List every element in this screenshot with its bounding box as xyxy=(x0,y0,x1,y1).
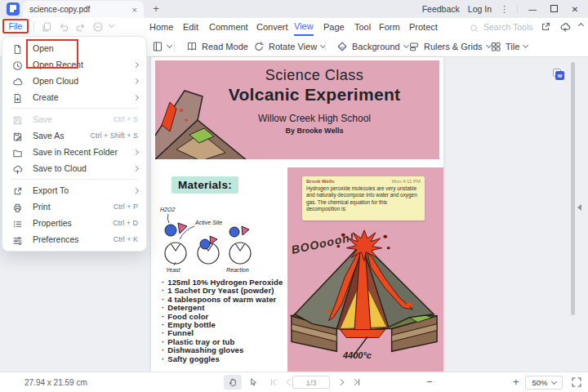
rulers-grids-button[interactable]: Rulers & Grids xyxy=(408,36,491,56)
fit-screen-icon[interactable] xyxy=(571,376,582,388)
nav-panel-button[interactable] xyxy=(152,36,172,56)
app-window: science-copy.pdf × + Feedback Log In ⋮ —… xyxy=(0,0,588,392)
list-item: Safty goggles xyxy=(162,355,283,363)
floating-widget-icon[interactable]: w xyxy=(550,67,567,83)
tab-tool[interactable]: Tool xyxy=(354,18,371,36)
rotate-icon xyxy=(253,41,265,52)
file-plus-icon xyxy=(12,92,23,103)
label-yeast: Yeast xyxy=(166,267,181,273)
last-page-button[interactable] xyxy=(348,375,366,390)
menu-item-export-to[interactable]: Export To xyxy=(2,182,146,198)
submenu-arrow-icon xyxy=(133,78,139,83)
collapse-toolbar-icon[interactable] xyxy=(578,23,584,29)
doc-byline: By Brooke Wells xyxy=(196,127,433,135)
copy-icon xyxy=(41,21,52,33)
tab-form[interactable]: Form xyxy=(379,18,400,36)
tab-edit[interactable]: Edit xyxy=(183,18,198,36)
background-label: Background xyxy=(352,42,400,51)
menu-item-create[interactable]: Create xyxy=(2,89,146,105)
side-panel-toggle-icon[interactable] xyxy=(577,204,581,211)
new-tab-button[interactable]: + xyxy=(149,2,163,16)
export-icon xyxy=(12,185,23,196)
nav-panel-caret-icon xyxy=(167,42,172,47)
submenu-arrow-icon xyxy=(133,61,139,67)
label-reaction: Reaction xyxy=(226,267,249,273)
menu-item-save-recent-folder[interactable]: Save in Recent Folder xyxy=(2,144,146,160)
note-body: Hydrogen peroxide molecules are very uns… xyxy=(306,185,421,212)
page-indicator-input[interactable]: 1/3 xyxy=(292,376,330,389)
menu-item-save: Save Ctrl + S xyxy=(2,111,146,127)
menu-item-properties[interactable]: Properties Ctrl + D xyxy=(2,215,146,231)
tab-comment[interactable]: Comment xyxy=(209,18,248,36)
tab-close-icon[interactable]: × xyxy=(132,5,137,15)
tab-title: science-copy.pdf xyxy=(29,5,132,14)
pdf-page[interactable]: Science Class Volcanic Experiment Willow… xyxy=(151,57,443,372)
menu-item-print[interactable]: Print Ctrl + P xyxy=(2,198,146,215)
file-dropdown-menu: Open Open Recent Open Cloud Create Save … xyxy=(2,36,147,252)
share-icon[interactable] xyxy=(540,21,551,33)
toolbar-divider xyxy=(174,41,175,51)
close-window-button[interactable]: ✕ xyxy=(568,5,581,14)
more-options-icon[interactable]: ⋮ xyxy=(500,4,509,15)
sticky-note-annotation[interactable]: Brook Wells Mon 4:11 PM Hydrogen peroxid… xyxy=(302,176,425,220)
zoom-level-select[interactable]: 50% xyxy=(525,376,563,390)
maximize-button[interactable] xyxy=(547,5,560,14)
tab-home[interactable]: Home xyxy=(149,18,173,36)
zoom-in-button[interactable]: + xyxy=(513,376,519,388)
hand-tool-button[interactable] xyxy=(224,375,242,390)
toolbar-divider xyxy=(325,41,326,51)
tab-view[interactable]: View xyxy=(294,18,314,36)
read-mode-label: Read Mode xyxy=(202,42,248,51)
tab-page[interactable]: Page xyxy=(323,18,345,36)
menu-item-save-as[interactable]: Save As Ctrl + Shift + S xyxy=(2,127,146,144)
label-active-site: Active Site xyxy=(194,220,222,225)
printer-icon xyxy=(12,202,23,212)
eruption xyxy=(336,230,390,261)
rotate-view-label: Rotate View xyxy=(269,42,317,51)
menu-item-save-to-cloud[interactable]: Save to Cloud xyxy=(2,160,146,176)
minimize-button[interactable]: — xyxy=(526,5,539,14)
doc-title-line1: Science Class xyxy=(196,67,433,84)
rotate-view-button[interactable]: Rotate View xyxy=(253,36,325,56)
select-tool-button[interactable] xyxy=(244,375,262,390)
search-tools[interactable]: Search Tools xyxy=(470,18,533,36)
menu-item-open[interactable]: Open xyxy=(2,40,146,56)
doc-title-line2: Volcanic Experiment xyxy=(196,85,433,105)
tab-convert[interactable]: Convert xyxy=(256,18,288,36)
tile-label: Tile xyxy=(506,42,519,51)
quick-tools-caret-icon[interactable] xyxy=(109,22,114,28)
status-bar: 27.94 x 21.59 cm 1/3 − + 50% xyxy=(0,372,588,392)
toolbar-divider xyxy=(33,21,34,32)
tile-button[interactable]: Tile xyxy=(490,36,528,56)
pink-panel: Brook Wells Mon 4:11 PM Hydrogen peroxid… xyxy=(287,167,443,372)
materials-list: 125ml 10% Hydrogen Peroxide 1 Sachet Dry… xyxy=(162,278,283,363)
read-mode-button[interactable]: Read Mode xyxy=(186,36,248,56)
cloud-upload-icon[interactable] xyxy=(559,21,571,33)
temperature-label: 4400°c xyxy=(343,350,372,360)
save-as-icon xyxy=(12,131,23,141)
feedback-link[interactable]: Feedback xyxy=(422,4,460,14)
document-tab[interactable]: science-copy.pdf × xyxy=(23,1,144,18)
page-size-label: 27.94 x 21.59 cm xyxy=(24,378,87,387)
login-link[interactable]: Log In xyxy=(468,4,492,14)
file-menu-button[interactable]: File xyxy=(2,19,29,33)
background-button[interactable]: Background xyxy=(336,36,408,56)
book-icon xyxy=(186,41,198,52)
menu-item-preferences[interactable]: Preferences Ctrl + K xyxy=(2,231,146,247)
submenu-arrow-icon xyxy=(133,149,139,154)
menu-item-open-cloud[interactable]: Open Cloud xyxy=(2,73,146,89)
menu-row: File Home Edit Comment Convert View Page… xyxy=(0,18,588,36)
tab-protect[interactable]: Protect xyxy=(409,18,438,36)
save-icon xyxy=(12,114,23,125)
redo-icon xyxy=(75,21,87,33)
vertical-scrollbar[interactable] xyxy=(571,62,575,315)
nav-panel-icon xyxy=(152,41,163,52)
doc-subtitle: Willow Creek High School xyxy=(196,113,433,124)
zoom-level-value: 50% xyxy=(532,378,547,387)
search-tools-label: Search Tools xyxy=(483,22,533,32)
menu-item-open-recent[interactable]: Open Recent xyxy=(2,56,146,73)
tile-caret-icon xyxy=(523,42,528,47)
label-h2o2: H2O2 xyxy=(160,207,175,212)
note-author: Brook Wells xyxy=(306,179,335,184)
zoom-out-button[interactable]: − xyxy=(426,376,433,388)
